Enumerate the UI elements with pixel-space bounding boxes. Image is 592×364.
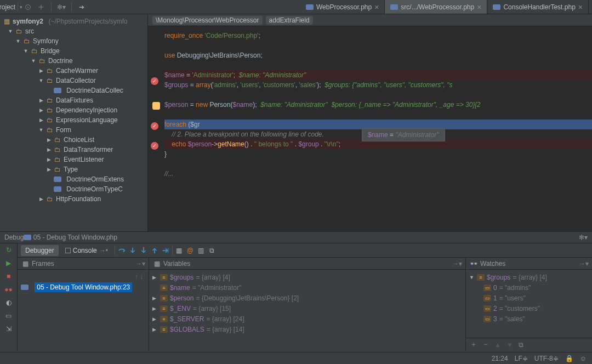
variable-row[interactable]: ≡$name = "Administrator": [152, 282, 462, 293]
step-into-icon[interactable]: [128, 246, 137, 255]
gear-icon[interactable]: ✻▾: [579, 233, 588, 242]
tree-datacollector[interactable]: ▼🗀DataCollector: [0, 76, 147, 86]
watch-item[interactable]: ▭1 = "users": [469, 293, 589, 303]
frame-row[interactable]: 05 - Debug Tool Window.php:23: [21, 282, 145, 292]
tree-httpfoundation[interactable]: ▶🗀HttpFoundation: [0, 194, 147, 204]
tab-consolehandlertest[interactable]: ConsoleHandlerTest.php ×: [487, 0, 589, 14]
variables-title: Variables: [163, 260, 190, 268]
settings-icon[interactable]: ▥: [197, 246, 206, 255]
code-area[interactable]: require_once 'Code/Person.php'; use Debu…: [148, 26, 592, 183]
project-dropdown[interactable]: Project ▾: [3, 3, 12, 12]
tree-symfony[interactable]: ▼🗀Symfony: [0, 36, 147, 46]
evaluate-icon[interactable]: ▦: [175, 246, 184, 255]
prev-frame-icon[interactable]: ↑: [135, 273, 138, 281]
php-file-icon: [54, 186, 61, 192]
layout-icon[interactable]: ▭: [4, 311, 13, 320]
tree-el[interactable]: ▶🗀ExpressionLanguage: [0, 115, 147, 125]
debug-tool-window: ↻ ▶ ■ ●● ◐ ▭ ⇲ Debugger Console→• ▦ @ ▥ …: [0, 243, 592, 351]
tree-doctrine[interactable]: ▼🗀Doctrine: [0, 56, 147, 66]
up-icon[interactable]: ▲: [494, 341, 501, 349]
variable-row[interactable]: ▶≡$_SERVER = {array} [24]: [152, 314, 462, 324]
down-icon[interactable]: ▼: [506, 341, 513, 349]
tree-bridge[interactable]: ▼🗀Bridge: [0, 46, 147, 56]
tab-label: WebProcessor.php: [316, 3, 372, 11]
gutter[interactable]: [148, 26, 161, 151]
dropdown-icon[interactable]: →▾: [135, 260, 145, 268]
intention-bulb-icon[interactable]: [152, 102, 160, 110]
tree-doctrineormext[interactable]: DoctrineOrmExtens: [0, 174, 147, 184]
tab-src-webprocessor[interactable]: src/.../WebProcessor.php ×: [385, 0, 487, 14]
breakpoints-icon[interactable]: ●●: [4, 285, 13, 294]
debug-status-bar: Debug 05 - Debug Tool Window.php ✻▾: [0, 231, 592, 243]
variable-row[interactable]: ▶≡$_ENV = {array} [15]: [152, 303, 462, 314]
file-encoding[interactable]: UTF-8≑: [534, 355, 559, 362]
copy-icon[interactable]: ⧉: [519, 341, 523, 349]
next-frame-icon[interactable]: ↓: [140, 273, 143, 281]
dropdown-icon[interactable]: →▾: [579, 260, 589, 268]
debug-side-toolbar: ↻ ▶ ■ ●● ◐ ▭ ⇲: [0, 243, 18, 351]
debugger-tab[interactable]: Debugger: [21, 245, 59, 256]
mute-icon[interactable]: ◐: [4, 298, 13, 307]
rerun-icon[interactable]: ↻: [4, 246, 13, 254]
php-file-icon: [306, 4, 314, 10]
watch-item[interactable]: ▭2 = "customers": [469, 303, 589, 314]
close-icon[interactable]: ×: [477, 3, 481, 11]
step-out-icon[interactable]: [150, 246, 159, 255]
watch-item[interactable]: ▭3 = "sales": [469, 314, 589, 324]
console-tab[interactable]: Console→•: [61, 245, 112, 256]
copy-icon[interactable]: ⧉: [208, 246, 217, 255]
force-step-into-icon[interactable]: [139, 246, 148, 255]
step-over-icon[interactable]: [117, 246, 126, 255]
breakpoint-icon[interactable]: [151, 77, 158, 85]
watch-item[interactable]: ▭0 = "admins": [469, 282, 589, 293]
breakpoint-icon[interactable]: [151, 122, 158, 130]
breadcrumb[interactable]: \Monolog\Processor\WebProcessor: [152, 16, 263, 25]
lock-icon[interactable]: 🔒: [565, 355, 573, 362]
watches-icon: 👓: [469, 259, 478, 268]
hide-icon[interactable]: ➔: [77, 3, 86, 12]
code-editor[interactable]: \Monolog\Processor\WebProcessor addExtra…: [148, 14, 592, 231]
tree-doctrinedatacoll[interactable]: DoctrineDataCollec: [0, 86, 147, 95]
tree-di[interactable]: ▶🗀DependencyInjection: [0, 105, 147, 115]
watch-row[interactable]: ▼≡$groups = {array} [4]: [469, 272, 589, 282]
debug-label: Debug: [4, 234, 24, 241]
collapse-icon[interactable]: [37, 3, 45, 12]
stop-icon[interactable]: ■: [4, 272, 13, 281]
tree-datatransformer[interactable]: ▶🗀DataTransformer: [0, 145, 147, 155]
top-toolbar: Project ▾ ✻▾ ➔ WebProcessor.php × src/..…: [0, 0, 592, 14]
php-file-icon: [54, 177, 61, 182]
inspector-icon[interactable]: ☺: [580, 355, 587, 362]
tree-eventlistener[interactable]: ▶🗀EventListener: [0, 155, 147, 164]
dropdown-icon[interactable]: →▾: [452, 260, 462, 268]
tree-cachewarmer[interactable]: ▶🗀CacheWarmer: [0, 66, 147, 76]
resume-icon[interactable]: ▶: [4, 259, 13, 268]
caret-position[interactable]: 21:24: [492, 355, 508, 362]
target-icon[interactable]: [24, 3, 32, 12]
remove-watch-icon[interactable]: －: [482, 340, 489, 349]
frames-title: Frames: [32, 260, 54, 268]
line-separator[interactable]: LF≑: [515, 355, 528, 362]
pin-icon[interactable]: ⇲: [4, 325, 13, 333]
add-watch-icon[interactable]: ＋: [470, 340, 477, 349]
php-file-icon: [21, 285, 29, 290]
gear-icon[interactable]: ✻▾: [57, 3, 66, 12]
close-icon[interactable]: ×: [374, 3, 379, 11]
breadcrumb[interactable]: addExtraField: [266, 16, 313, 25]
tree-choicelist[interactable]: ▶🗀ChoiceList: [0, 135, 147, 145]
close-icon[interactable]: ×: [578, 3, 583, 11]
frames-icon: ▦: [21, 259, 30, 268]
tree-root[interactable]: ▦symfony2 (~/PhpstormProjects/symfo: [0, 16, 147, 26]
at-icon[interactable]: @: [186, 246, 195, 255]
tree-doctrineormtypec[interactable]: DoctrineOrmTypeC: [0, 184, 147, 194]
variable-row[interactable]: ▶≡$person = {Debugging\JetBrains\Person}…: [152, 293, 462, 303]
variable-row[interactable]: ▶≡$groups = {array} [4]: [152, 272, 462, 282]
run-to-cursor-icon[interactable]: [161, 246, 170, 255]
tree-src[interactable]: ▼🗀src: [0, 26, 147, 36]
variable-row[interactable]: ▶≡$GLOBALS = {array} [14]: [152, 324, 462, 334]
tree-form[interactable]: ▼🗀Form: [0, 125, 147, 135]
breakpoint-icon[interactable]: [151, 142, 158, 150]
tab-webprocessor[interactable]: WebProcessor.php ×: [300, 0, 385, 14]
svg-rect-4: [168, 248, 168, 253]
tree-datafixtures[interactable]: ▶🗀DataFixtures: [0, 95, 147, 105]
tree-type[interactable]: ▶🗀Type: [0, 164, 147, 174]
